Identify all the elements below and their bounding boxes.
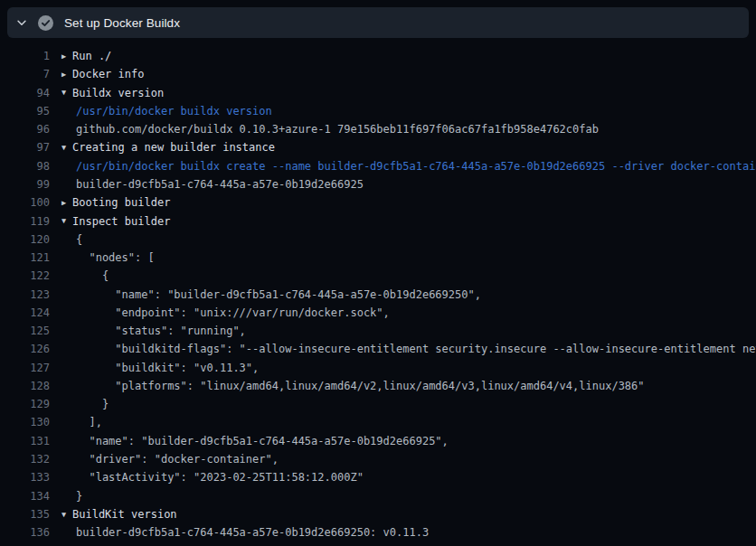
log-line: 129 } — [0, 395, 756, 413]
output-text: "name": "builder-d9cfb5a1-c764-445a-a57e… — [76, 288, 481, 301]
log-line[interactable]: 7▶Docker info — [0, 65, 756, 83]
log-line[interactable]: 94▼Buildx version — [0, 84, 756, 102]
output-text: { — [76, 233, 82, 246]
command-text: /usr/bin/docker buildx version — [76, 105, 272, 118]
log-line: 128 "platforms": "linux/amd64,linux/amd6… — [0, 377, 756, 395]
log-line[interactable]: 97▼Creating a new builder instance — [0, 138, 756, 156]
output-text: "endpoint": "unix:///var/run/docker.sock… — [76, 306, 390, 319]
step-header[interactable]: Set up Docker Buildx — [7, 7, 749, 38]
log-line: 132 "driver": "docker-container", — [0, 450, 756, 468]
output-text: { — [76, 269, 109, 282]
output-text: builder-d9cfb5a1-c764-445a-a57e-0b19d2e6… — [76, 178, 364, 191]
line-number-link[interactable]: 126 — [0, 343, 50, 355]
log-line: 127 "buildkit": "v0.11.3", — [0, 359, 756, 377]
log-line: 133 "lastActivity": "2023-02-25T11:58:12… — [0, 468, 756, 486]
line-number-link[interactable]: 133 — [0, 471, 50, 484]
log-line: 95/usr/bin/docker buildx version — [0, 102, 756, 120]
line-number-link[interactable]: 98 — [0, 160, 50, 173]
line-number-link[interactable]: 1 — [0, 50, 50, 62]
triangle-right-icon: ▶ — [61, 52, 72, 61]
triangle-right-icon: ▶ — [61, 71, 72, 79]
command-text: /usr/bin/docker buildx create --name bui… — [76, 160, 756, 173]
output-text: } — [76, 398, 109, 410]
log-line[interactable]: 100▶Booting builder — [0, 193, 756, 212]
triangle-down-icon: ▼ — [61, 144, 72, 152]
line-number-link[interactable]: 124 — [0, 306, 50, 319]
line-number-link[interactable]: 94 — [0, 87, 50, 99]
log-line: 123 "name": "builder-d9cfb5a1-c764-445a-… — [0, 285, 756, 303]
line-number-link[interactable]: 121 — [0, 251, 50, 264]
line-number-link[interactable]: 122 — [0, 269, 50, 282]
group-title: Docker info — [72, 68, 144, 80]
line-number-link[interactable]: 136 — [0, 526, 50, 539]
output-text: "nodes": [ — [76, 251, 155, 264]
output-text: "platforms": "linux/amd64,linux/amd64/v2… — [76, 380, 645, 392]
log-line: 131 "name": "builder-d9cfb5a1-c764-445a-… — [0, 432, 756, 450]
log-line: 120{ — [0, 231, 756, 249]
output-text: "name": "builder-d9cfb5a1-c764-445a-a57e… — [76, 435, 449, 447]
log-line: 96github.com/docker/buildx 0.10.3+azure-… — [0, 120, 756, 138]
line-number-link[interactable]: 127 — [0, 362, 50, 374]
triangle-down-icon: ▼ — [61, 511, 72, 519]
line-number-link[interactable]: 97 — [0, 141, 50, 154]
log-line: 99builder-d9cfb5a1-c764-445a-a57e-0b19d2… — [0, 175, 756, 193]
group-title: Buildx version — [72, 87, 164, 99]
triangle-down-icon: ▼ — [61, 217, 72, 225]
line-number-link[interactable]: 95 — [0, 105, 50, 118]
output-text: "driver": "docker-container", — [76, 453, 279, 466]
output-text: ], — [76, 416, 102, 428]
output-text: github.com/docker/buildx 0.10.3+azure-1 … — [76, 123, 599, 136]
line-number-link[interactable]: 135 — [0, 508, 50, 521]
log-line: 130 ], — [0, 413, 756, 431]
group-title: Booting builder — [72, 196, 170, 209]
output-text: builder-d9cfb5a1-c764-445a-a57e-0b19d2e6… — [76, 526, 429, 539]
log-line: 125 "status": "running", — [0, 322, 756, 340]
line-number-link[interactable]: 123 — [0, 288, 50, 301]
step-title: Set up Docker Buildx — [64, 16, 180, 30]
output-text: "lastActivity": "2023-02-25T11:58:12.000… — [76, 471, 364, 484]
group-title: Inspect builder — [72, 215, 170, 228]
line-number-link[interactable]: 128 — [0, 380, 50, 392]
log-line: 98/usr/bin/docker buildx create --name b… — [0, 157, 756, 175]
line-number-link[interactable]: 120 — [0, 233, 50, 246]
log-line[interactable]: 1▶Run ./ — [0, 47, 756, 65]
line-number-link[interactable]: 130 — [0, 416, 50, 428]
log-line: 134} — [0, 486, 756, 504]
log-line: 124 "endpoint": "unix:///var/run/docker.… — [0, 304, 756, 322]
group-title: BuildKit version — [72, 508, 177, 521]
line-number-link[interactable]: 100 — [0, 196, 50, 209]
triangle-down-icon: ▼ — [61, 89, 72, 97]
output-text: "status": "running", — [76, 325, 246, 337]
log-line[interactable]: 135▼BuildKit version — [0, 505, 756, 523]
line-number-link[interactable]: 132 — [0, 453, 50, 466]
log-line: 136builder-d9cfb5a1-c764-445a-a57e-0b19d… — [0, 523, 756, 541]
line-number-link[interactable]: 131 — [0, 435, 50, 447]
line-number-link[interactable]: 99 — [0, 178, 50, 191]
triangle-right-icon: ▶ — [61, 199, 72, 207]
line-number-link[interactable]: 125 — [0, 325, 50, 337]
log-area: 1▶Run ./7▶Docker info94▼Buildx version95… — [0, 47, 756, 541]
line-number-link[interactable]: 129 — [0, 398, 50, 410]
log-line: 126 "buildkitd-flags": "--allow-insecure… — [0, 340, 756, 358]
line-number-link[interactable]: 7 — [0, 68, 50, 80]
output-text: "buildkit": "v0.11.3", — [76, 362, 259, 374]
line-number-link[interactable]: 96 — [0, 123, 50, 136]
output-text: "buildkitd-flags": "--allow-insecure-ent… — [76, 343, 756, 355]
log-line: 121 "nodes": [ — [0, 249, 756, 267]
line-number-link[interactable]: 134 — [0, 490, 50, 503]
check-circle-icon — [38, 15, 53, 31]
output-text: } — [76, 490, 82, 503]
line-number-link[interactable]: 119 — [0, 215, 50, 228]
chevron-down-icon[interactable] — [15, 16, 28, 29]
log-line[interactable]: 119▼Inspect builder — [0, 212, 756, 230]
log-line: 122 { — [0, 267, 756, 285]
group-title: Creating a new builder instance — [72, 141, 275, 154]
group-title: Run ./ — [72, 50, 111, 62]
